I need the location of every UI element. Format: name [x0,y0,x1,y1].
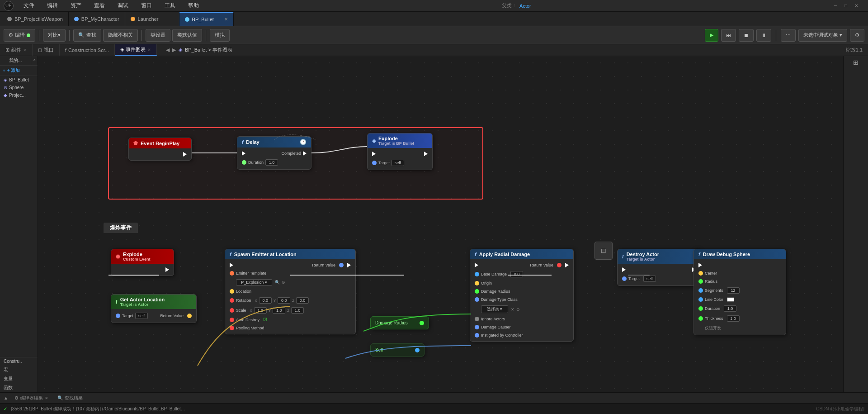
tree-item-projec[interactable]: ◆ Projec... [0,91,38,99]
destroy-exec-in [622,267,626,272]
debug-options-button[interactable]: ⚙ [850,29,864,42]
return-pin [339,263,344,267]
class-defaults-button[interactable]: 类默认值 [172,29,202,42]
menu-asset[interactable]: 资产 [68,1,84,10]
parent-label: 父类： [502,2,517,9]
sep4 [206,30,206,41]
tree-item-variable[interactable]: 变量 [0,374,38,383]
spawn-rotation-row: Rotation X 0.0 Y 0.0 Z 0.0 [230,296,351,305]
event-graph-close-icon[interactable]: ✕ [147,48,151,52]
add-button[interactable]: + + 添加 [0,66,38,76]
ue-logo[interactable]: UE [4,1,14,11]
back-btn[interactable]: ◀ [166,47,170,53]
node-self[interactable]: Self [370,343,425,357]
tab-mycharacter[interactable]: BP_MyCharacter [69,12,125,26]
more-button[interactable]: ⋯ [781,29,796,42]
menu-help[interactable]: 帮助 [185,1,202,10]
node-damage-radius[interactable]: Damage Radius [370,316,429,329]
node-get-actor-location[interactable]: f Get Actor Location Target is Actor Tar… [111,294,197,323]
play-button[interactable]: ▶ [705,29,718,42]
compiler-close-icon[interactable]: ✕ [45,396,48,400]
return-damage-pin [557,263,561,267]
minimize-btn[interactable]: ─ [831,2,840,9]
tab-bp-bullet[interactable]: BP_Bullet ✕ [179,12,234,26]
blueprint-icon: ◈ [4,77,7,82]
node-explode-top[interactable]: ◈ Explode Target is BP Bullet Target sel… [367,133,433,170]
find-results-tab[interactable]: 🔍 查找结果 [55,395,85,401]
find-button[interactable]: 🔍 查找 [73,29,101,42]
compiler-results-tab[interactable]: ⚙ 编译器结果 ✕ [12,395,51,401]
pause-button[interactable]: ⏸ [756,29,771,42]
radius-row: Radius [698,278,781,285]
menu-view[interactable]: 查看 [91,1,108,10]
collapse-indicator[interactable]: ⊟ [594,242,613,260]
line-color-row: Line Color [698,296,781,303]
tree-item-sphere[interactable]: ⊙ Sphere [0,84,38,91]
breadcrumb-area: ◀ ▶ ◈ BP_Bullet > 事件图表 [160,44,238,56]
node-explode-event[interactable]: ⬟ Explode Custom Event [111,249,174,276]
node-draw-debug-sphere[interactable]: f Draw Debug Sphere Center Radius [693,249,786,335]
base-damage-pin [475,272,479,276]
node-header-begin-play: ⬟ Event BeginPlay [129,138,191,148]
minimap-toggle[interactable]: ⊞ [853,59,859,66]
node-event-begin-play[interactable]: ⬟ Event BeginPlay [128,138,192,161]
line-color-pin [698,297,703,302]
tab-projectile-weapon[interactable]: BP_ProjectileWeapon [2,12,69,26]
spawn-location-row: Location [230,288,351,295]
stop-button[interactable]: ⏹ [739,29,754,42]
sub-tab-construction[interactable]: f Construction Scr... [60,44,115,56]
menu-window[interactable]: 窗口 [138,1,155,10]
tab-close-icon[interactable]: ✕ [224,17,228,22]
node-spawn-emitter[interactable]: f Spawn Emitter at Location Return Value… [225,249,356,334]
parent-value[interactable]: Actor [519,3,531,9]
tree-item-macro[interactable]: 宏 [0,365,38,374]
blueprint-canvas[interactable]: ⬟ Event BeginPlay f Delay 🕐 Co [38,56,843,392]
menu-bar: UE 文件 编辑 资产 查看 调试 窗口 工具 帮助 父类： Actor ─ □… [0,0,868,12]
node-delay[interactable]: f Delay 🕐 Completed Duration 1.0 [237,136,311,170]
diff-button[interactable]: 对比▾ [43,29,66,42]
color-swatch[interactable] [727,297,734,302]
center-pin [698,271,703,276]
expand-icon[interactable]: ▲ [4,395,8,400]
sub-tab-event-graph[interactable]: ◈ 事件图表 ✕ [115,44,157,56]
menu-debug[interactable]: 调试 [115,1,131,10]
simulate-button[interactable]: 模拟 [210,29,230,42]
node-header-radial-damage: f Apply Radial Damage [470,249,573,259]
menu-file[interactable]: 文件 [21,1,37,10]
forward-btn[interactable]: ▶ [172,47,176,53]
viewport-icon: ◻ [38,47,42,53]
tree-item-constru[interactable]: Constru.. [0,357,38,365]
checkbox-checked[interactable]: ☑ [263,317,267,322]
duration-row: Duration 1.0 [698,305,781,313]
menu-tools[interactable]: 工具 [162,1,178,10]
debug-dropdown[interactable]: 未选中调试对象 ▾ [798,29,847,42]
clear-icon: ✕ [511,307,514,312]
maximize-btn[interactable]: □ [842,2,850,9]
tree-item-bp-bullet[interactable]: ◈ BP_Bullet [0,76,38,84]
node-header-draw-debug: f Draw Debug Sphere [694,249,786,259]
tree-item-function[interactable]: 函数 [0,383,38,392]
my-panel-tab[interactable]: 我的... [0,56,31,65]
node-body-radial-damage: Return Value Base Damage 0.0 Origin [470,259,573,341]
sub-tab-components[interactable]: ⊞ 组件 ✕ [0,44,33,56]
compiler-icon: ⚙ [14,395,19,400]
compile-button[interactable]: ⚙ 编译 [4,29,35,42]
components-close-icon[interactable]: ✕ [23,48,27,52]
instigated-pin [475,333,479,338]
tab-label: Launcher [138,16,159,22]
step-button[interactable]: ⏭ [721,29,736,42]
add-icon: + [3,68,5,73]
hide-button[interactable]: 隐藏不相关 [103,29,138,42]
breadcrumb-icon: ◈ [179,47,182,53]
class-settings-button[interactable]: 类设置 [146,29,170,42]
node-destroy-actor[interactable]: f Destroy Actor Target is Actor Target [617,249,701,286]
node-apply-radial-damage[interactable]: f Apply Radial Damage Return Value Base … [470,249,574,342]
close-btn[interactable]: ✕ [852,2,861,9]
menu-edit[interactable]: 编辑 [44,1,61,10]
node-body-self: Self [371,344,424,356]
compile-icon: ⚙ [9,32,13,38]
sub-tab-viewport[interactable]: ◻ 视口 [33,44,60,56]
tab-launcher[interactable]: Launcher [125,12,179,26]
panel-close-btn[interactable]: × [31,56,38,65]
pin-row-exec-out-explode [116,266,169,273]
